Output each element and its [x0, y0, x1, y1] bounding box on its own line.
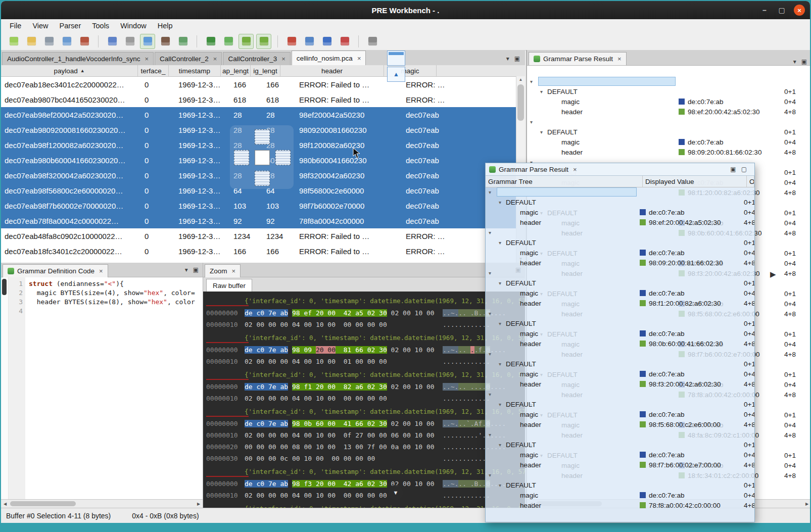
print-button[interactable]	[122, 34, 137, 49]
column-header-header[interactable]: header	[280, 65, 384, 76]
tab-close-icon[interactable]: ×	[145, 55, 149, 63]
scroll-left-icon[interactable]: ◀	[1, 502, 9, 506]
tree-row[interactable]: header98:f5:68:00:c2:e6:00:004+8	[486, 419, 754, 429]
tree-row-root[interactable]: ▾	[486, 308, 754, 318]
tree-row-root[interactable]: ▾	[527, 117, 810, 127]
tree-row[interactable]: magicde:c0:7e:ab0+4	[527, 137, 810, 147]
save-file-button[interactable]	[41, 34, 57, 49]
tab-close-icon[interactable]: ×	[281, 55, 285, 63]
tree-collapse-icon[interactable]: ▾	[489, 351, 496, 357]
tree-collapse-icon[interactable]: ▾	[499, 402, 506, 407]
panel-menu-icon[interactable]: ▾	[185, 266, 188, 273]
hex-line[interactable]: 00000000de c0 7e ab 98 f3 20 00 42 a6 02…	[205, 478, 525, 490]
cut-button[interactable]	[77, 34, 92, 49]
tab-overflow-icon[interactable]: ▾	[506, 55, 509, 62]
pin-button[interactable]	[337, 34, 352, 49]
tree-collapse-icon[interactable]: ▾	[489, 432, 496, 438]
menu-tools[interactable]: Tools	[86, 20, 115, 31]
panel-scroll-right-icon[interactable]: ▶	[770, 270, 776, 279]
tree-row-struct[interactable]: ▾DEFAULT0+1	[527, 127, 810, 137]
tree-collapse-icon[interactable]: ▾	[499, 280, 506, 286]
tree-row[interactable]: magicde:c0:7e:ab0+4	[486, 288, 754, 298]
screenshot-button[interactable]	[175, 34, 190, 49]
menu-parser[interactable]: Parser	[54, 20, 87, 31]
tree-collapse-icon[interactable]: ▾	[499, 361, 506, 367]
hscroll-thumb[interactable]	[10, 501, 76, 506]
hex-scroll-down-button[interactable]: ▼	[388, 485, 403, 500]
hex-view-button[interactable]	[140, 34, 155, 49]
tab-close-icon[interactable]: ×	[357, 55, 361, 62]
scroll-right-icon[interactable]: ▶	[803, 502, 810, 506]
packet-row[interactable]: dec07eab18fc3401c2c20000022…01969-12-3…1…	[1, 244, 525, 259]
code-line[interactable]: header BYTES(size=(8), show="hex", color	[29, 298, 203, 307]
dock-right-icon[interactable]	[275, 150, 291, 165]
tree-collapse-icon[interactable]: ▾	[489, 311, 496, 316]
hex-line[interactable]: 0000001002 00 00 00 04 00 10 00 01 00 00…	[205, 356, 525, 367]
tree-row[interactable]: magicde:c0:7e:ab0+4	[486, 450, 754, 460]
packet-row[interactable]: dec07eab98f7b60002e70000020…01969-12-3…1…	[1, 198, 525, 213]
tree-row[interactable]: magicde:c0:7e:ab0+4	[486, 409, 754, 419]
grid-view-button[interactable]	[238, 34, 254, 49]
split-view-button[interactable]	[256, 34, 271, 49]
tree-row[interactable]: header98:ef:20:00:42:a5:02:304+8	[527, 107, 810, 117]
code-editor[interactable]: 1234 struct (endianness="<"){ magic BYTE…	[1, 277, 203, 500]
hex-line[interactable]: 00000000de c0 7e ab 98 09 20 00 81 66 02…	[205, 344, 525, 356]
packet-row[interactable]: dec07eab18ec3401c2c20000022…01969-12-3…1…	[1, 77, 525, 92]
tab-float-icon[interactable]: ▣	[514, 55, 520, 62]
dock-left-icon[interactable]	[234, 150, 249, 165]
parse-tree-button[interactable]	[203, 34, 218, 49]
tree-row[interactable]: header98:09:20:00:81:66:02:304+8	[486, 258, 754, 268]
tree-collapse-icon[interactable]: ▾	[499, 442, 506, 448]
new-file-button[interactable]	[6, 34, 21, 49]
menu-help[interactable]: Help	[152, 20, 178, 31]
tree-row-root[interactable]: ▾	[486, 268, 754, 278]
export-file-button[interactable]	[59, 34, 74, 49]
packet-row[interactable]: dec07eab98ef200042a50230020…01969-12-3…2…	[1, 107, 525, 122]
run-parser-button[interactable]	[221, 34, 236, 49]
tree-row[interactable]: header98:f3:20:00:42:a6:02:304+8	[486, 379, 754, 389]
parse-result-tab[interactable]: Grammar Parse Result ×	[529, 52, 627, 65]
tree-collapse-icon[interactable]: ▾	[489, 472, 496, 478]
panel-float-icon[interactable]: ▣	[193, 266, 199, 273]
raw-buffer-tab[interactable]: Raw buffer	[206, 279, 252, 292]
tree-row[interactable]: header98:f1:20:00:82:a6:02:304+8	[486, 298, 754, 308]
vscroll-thumb[interactable]	[517, 84, 524, 121]
parse-panel-menu-icon[interactable]: ▾	[793, 58, 796, 65]
hex-line[interactable]: 00000000de c0 7e ab 98 f1 20 00 82 a6 02…	[205, 381, 525, 393]
column-grammar-tree[interactable]: Grammar Tree	[486, 176, 643, 187]
dock-tab-hint-icon[interactable]	[387, 51, 405, 66]
menu-window[interactable]: Window	[115, 20, 152, 31]
copy-button[interactable]	[105, 34, 120, 49]
hex-line[interactable]: 0000001002 00 00 00 04 00 10 00 00 00 00…	[205, 393, 525, 404]
hex-line[interactable]: 0000001002 00 00 00 04 00 10 00 00 00 00…	[205, 319, 525, 330]
tab-close-icon[interactable]: ×	[213, 55, 217, 63]
floating-parse-result-window[interactable]: Grammar Parse Result × ▣ ▢ Grammar Tree …	[485, 163, 755, 522]
tree-collapse-icon[interactable]: ▾	[489, 189, 496, 195]
column-header-terface_[interactable]: terface_	[138, 65, 169, 76]
tree-row-struct[interactable]: ▾DEFAULT0+1	[486, 399, 754, 409]
tree-row-root[interactable]: ▾	[486, 349, 754, 359]
doc-tab[interactable]: CallController_3×	[223, 52, 290, 65]
tree-collapse-icon[interactable]: ▾	[499, 200, 506, 205]
tree-row-struct[interactable]: ▾DEFAULT0+1	[486, 278, 754, 288]
column-offset[interactable]: Off	[747, 176, 754, 187]
user-profile-button[interactable]	[158, 34, 173, 49]
packet-row[interactable]: dec07eab78f8a00042c0000022…01969-12-3…92…	[1, 213, 525, 228]
tree-row-root[interactable]: ▾	[486, 429, 754, 440]
column-header-ig_lengt[interactable]: ig_lengt	[251, 65, 280, 76]
tree-row-root[interactable]: ▾	[527, 76, 810, 86]
tree-collapse-icon[interactable]: ▾	[530, 119, 537, 125]
tree-collapse-icon[interactable]: ▾	[540, 89, 547, 94]
annotate-pen-button[interactable]	[284, 34, 299, 49]
tree-row-struct[interactable]: ▾DEFAULT0+1	[486, 197, 754, 207]
tree-row[interactable]: header98:ef:20:00:42:a5:02:304+8	[486, 217, 754, 227]
dock-bottom-icon[interactable]	[255, 171, 270, 186]
packet-row[interactable]: dec07eab9807bc0441650230020…01969-12-3…6…	[1, 92, 525, 107]
tree-row[interactable]: magicde:c0:7e:ab0+4	[486, 207, 754, 217]
tree-row-root[interactable]: ▾	[486, 227, 754, 237]
tree-row-struct[interactable]: ▾DEFAULT0+1	[486, 237, 754, 248]
hex-line[interactable]: 0000001002 00 00 00 04 00 10 00 00 00 00…	[205, 490, 525, 501]
hex-line[interactable]: 00000000de c0 7e ab 98 ef 20 00 42 a5 02…	[205, 307, 525, 319]
close-button[interactable]: ×	[794, 5, 805, 16]
open-file-button[interactable]	[24, 34, 39, 49]
